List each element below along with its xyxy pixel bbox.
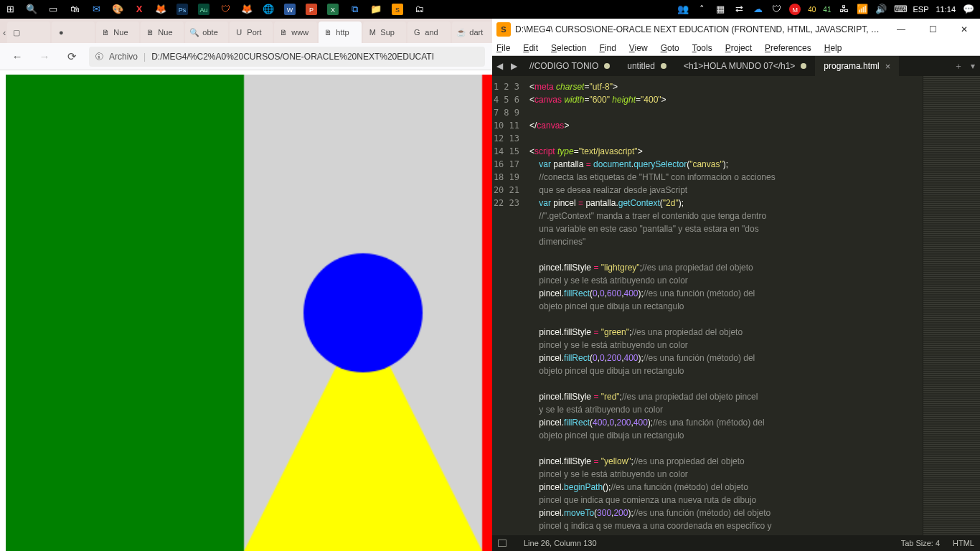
sublime-taskbar-icon[interactable]: S [392, 4, 403, 15]
address-bar[interactable]: 🛈 Archivo | D:/MEG4/%C2%A0%20CURSOS/ONE-… [89, 47, 485, 67]
browser-tab[interactable]: 🔍obte [185, 22, 228, 43]
dirty-indicator-icon [604, 63, 610, 69]
browser-tab[interactable]: ● [52, 22, 95, 43]
volume-icon[interactable]: 🔊 [875, 4, 887, 15]
outlook-icon[interactable]: ✉ [90, 4, 102, 15]
console-toggle-icon[interactable] [498, 540, 507, 547]
status-tabsize[interactable]: Tab Size: 4 [901, 539, 940, 547]
browser-tab[interactable]: 🗎Nue [96, 22, 139, 43]
tray-icon[interactable]: ▦ [715, 4, 726, 15]
sublime-window: S D:\MEG4\ CURSOS\ONE-ORACLE NEXT EDUCAT… [492, 19, 980, 551]
back-button[interactable]: ← [7, 47, 27, 67]
notifications-icon[interactable]: 💬 [963, 4, 974, 15]
menu-help[interactable]: Help [824, 43, 842, 53]
browser-tab[interactable]: 🗎Nue [141, 22, 184, 43]
browser-tab[interactable]: ▢ [7, 22, 50, 43]
editor-tab[interactable]: //CODIGO TONIO [521, 56, 618, 76]
menu-tools[interactable]: Tools [692, 43, 712, 53]
browser-tab[interactable]: 🗎www [274, 22, 317, 43]
favicon-icon: 🗎 [100, 27, 110, 37]
edge-icon[interactable]: 🌐 [263, 4, 274, 15]
menu-find[interactable]: Find [599, 43, 616, 53]
menu-view[interactable]: View [629, 43, 648, 53]
brave-icon[interactable]: 🛡 [220, 4, 231, 15]
menu-preferences[interactable]: Preferences [765, 43, 811, 53]
start-icon[interactable]: ⊞ [4, 4, 16, 15]
editor-tab-label: //CODIGO TONIO [529, 61, 598, 71]
input-icon[interactable]: ⌨ [894, 4, 905, 15]
line-gutter: 1 2 3 4 5 6 7 8 9 10 11 12 13 14 15 16 1… [492, 76, 524, 535]
sublime-tabbar: ◀ ▶ //CODIGO TONIOuntitled<h1>HOLA MUNDO… [492, 56, 980, 76]
menu-edit[interactable]: Edit [523, 43, 538, 53]
maximize-button[interactable]: ☐ [917, 19, 948, 40]
close-button[interactable]: ✕ [948, 19, 980, 40]
people-icon[interactable]: 👥 [677, 4, 689, 15]
browser-tab[interactable]: 🗎http [319, 22, 362, 43]
paint-icon[interactable]: 🎨 [112, 4, 123, 15]
editor-tab-label: <h1>HOLA MUNDO 07</h1> [684, 61, 795, 71]
tab-scroll-left-button[interactable]: ‹ [3, 22, 6, 43]
editor-tab[interactable]: untitled [618, 56, 675, 76]
reload-button[interactable]: ⟳ [62, 47, 82, 67]
editor-area[interactable]: 1 2 3 4 5 6 7 8 9 10 11 12 13 14 15 16 1… [492, 76, 980, 535]
dirty-indicator-icon [801, 63, 806, 69]
editor-tab[interactable]: <h1>HOLA MUNDO 07</h1> [675, 56, 815, 76]
excel-icon[interactable]: X [327, 4, 339, 15]
store-icon[interactable]: 🛍 [69, 4, 80, 15]
status-syntax[interactable]: HTML [953, 539, 974, 547]
xnview-icon[interactable]: X [133, 4, 145, 15]
search-icon[interactable]: 🔍 [26, 4, 37, 15]
explorer-icon[interactable]: 🗂 [413, 4, 425, 15]
minimize-button[interactable]: — [885, 19, 917, 40]
tray-count-green: 41 [823, 6, 831, 14]
browser-viewport [0, 70, 492, 551]
tray-chevron-icon[interactable]: ˄ [696, 4, 707, 15]
favicon-icon: ☕ [456, 27, 466, 37]
minimap[interactable] [923, 76, 980, 535]
sublime-statusbar: Line 26, Column 130 Tab Size: 4 HTML [492, 535, 980, 551]
code-view[interactable]: <meta charset="utf-8"> <canvas width="60… [524, 76, 923, 535]
tab-label: Nue [158, 28, 172, 37]
menu-goto[interactable]: Goto [661, 43, 679, 53]
browser-tab[interactable]: UPort [230, 22, 273, 43]
tab-menu-button[interactable]: ▾ [966, 56, 980, 76]
firefox-icon[interactable]: 🦊 [241, 4, 253, 15]
sublime-titlebar[interactable]: S D:\MEG4\ CURSOS\ONE-ORACLE NEXT EDUCAT… [492, 19, 980, 40]
page-info-icon[interactable]: 🛈 [95, 52, 103, 62]
onedrive-icon[interactable]: ☁ [752, 4, 763, 15]
audition-icon[interactable]: Au [198, 4, 209, 15]
language-indicator[interactable]: ESP [913, 5, 928, 14]
editor-tab[interactable]: programa.html× [815, 56, 899, 76]
network-icon[interactable]: 🖧 [838, 4, 849, 15]
task-view-icon[interactable]: ▭ [47, 4, 59, 15]
menu-project[interactable]: Project [725, 43, 752, 53]
word-icon[interactable]: W [284, 4, 296, 15]
tab-history-back-icon[interactable]: ◀ [492, 56, 507, 76]
sync-icon[interactable]: ⇄ [733, 4, 745, 15]
photoshop-icon[interactable]: Ps [176, 4, 188, 15]
browser-tab[interactable]: ☕dart [452, 22, 495, 43]
vscode-icon[interactable]: ⧉ [349, 4, 360, 15]
browser-tab[interactable]: Gand [407, 22, 451, 43]
powerpoint-icon[interactable]: P [306, 4, 317, 15]
favicon-icon: 🔍 [189, 27, 199, 37]
clock[interactable]: 11:14 [936, 5, 956, 14]
browser-tab[interactable]: MSup [363, 22, 406, 43]
browser-tabstrip: ‹ ▢●🗎Nue🗎Nue🔍obteUPort🗎www🗎httpMSupGand☕… [0, 19, 492, 43]
vlc-icon[interactable]: 🦊 [155, 4, 166, 15]
tab-label: www [291, 28, 308, 37]
menu-file[interactable]: File [496, 43, 510, 53]
sublime-title: D:\MEG4\ CURSOS\ONE-ORACLE NEXT EDUCATIO… [515, 24, 885, 34]
app-icon[interactable]: 📁 [370, 4, 382, 15]
mega-icon[interactable]: M [789, 4, 801, 15]
defender-icon[interactable]: 🛡 [771, 4, 782, 15]
tab-history-forward-icon[interactable]: ▶ [507, 56, 521, 76]
forward-button[interactable]: → [34, 47, 55, 67]
new-tab-button[interactable]: ＋ [951, 56, 966, 76]
firefox-window: ‹ ▢●🗎Nue🗎Nue🔍obteUPort🗎www🗎httpMSupGand☕… [0, 19, 492, 551]
tray-count-yellow: 40 [808, 6, 816, 14]
sublime-menubar: FileEditSelectionFindViewGotoToolsProjec… [492, 40, 980, 56]
tab-close-icon[interactable]: × [885, 61, 891, 72]
wifi-icon[interactable]: 📶 [857, 4, 868, 15]
menu-selection[interactable]: Selection [551, 43, 586, 53]
